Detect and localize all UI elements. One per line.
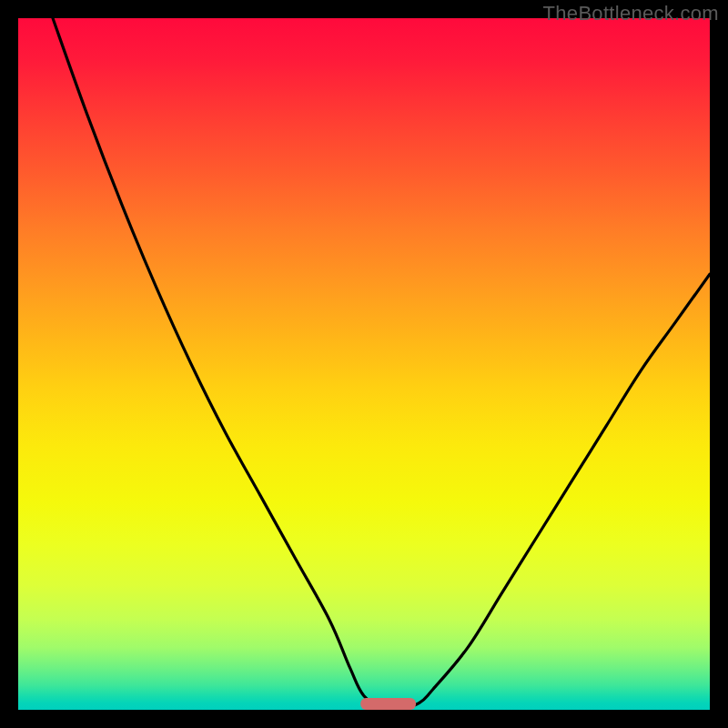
optimal-region-marker bbox=[360, 698, 416, 710]
chart-frame: TheBottleneck.com bbox=[0, 0, 728, 728]
bottleneck-curve-path bbox=[53, 18, 710, 710]
watermark-text: TheBottleneck.com bbox=[543, 2, 719, 25]
bottleneck-curve-svg bbox=[18, 18, 710, 710]
plot-background-gradient bbox=[18, 18, 710, 710]
